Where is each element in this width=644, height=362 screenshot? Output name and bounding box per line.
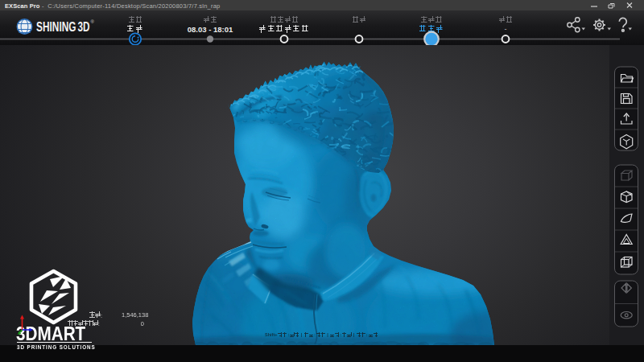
svg-text:SHINING: SHINING	[36, 19, 76, 34]
